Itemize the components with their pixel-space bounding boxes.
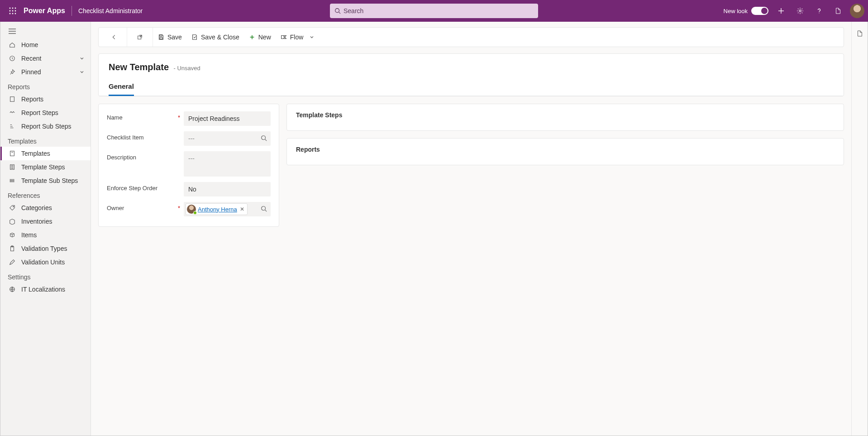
owner-link[interactable]: Anthony Herna (198, 206, 237, 213)
back-button[interactable] (106, 28, 122, 47)
home-icon (9, 41, 16, 48)
toggle-switch[interactable] (751, 7, 768, 15)
nav-validation-types[interactable]: Validation Types (0, 242, 91, 255)
flow-button[interactable]: Flow (276, 28, 319, 47)
svg-point-8 (15, 13, 16, 14)
open-new-window-button[interactable] (132, 28, 148, 47)
nav-inventories[interactable]: Inventories (0, 215, 91, 228)
pin-icon (9, 68, 16, 76)
reports-section: Reports (286, 138, 844, 165)
nav-group-templates: Templates (0, 133, 91, 147)
owner-avatar-icon (187, 205, 196, 214)
pencil-icon (9, 259, 16, 266)
save-label: Save (167, 34, 182, 41)
svg-point-1 (12, 8, 14, 9)
new-look-toggle[interactable]: New look (724, 7, 768, 15)
nav-recent-label: Recent (21, 55, 41, 62)
save-close-icon (191, 34, 198, 41)
copilot-pane-icon[interactable] (854, 27, 866, 40)
remove-owner-icon[interactable]: ✕ (239, 206, 245, 212)
new-button[interactable]: New (244, 28, 276, 47)
reports-title: Reports (296, 146, 835, 153)
nav-template-steps[interactable]: Template Steps (0, 160, 91, 174)
help-icon[interactable] (810, 0, 828, 22)
chevron-down-icon (310, 35, 314, 39)
copilot-icon[interactable] (829, 0, 847, 22)
nav-items[interactable]: Items (0, 228, 91, 242)
nav-label: Templates (21, 150, 50, 157)
record-title: New Template (109, 62, 169, 72)
svg-point-26 (13, 206, 14, 207)
svg-rect-19 (10, 97, 14, 102)
nav-collapse-icon[interactable] (9, 28, 82, 34)
save-button[interactable]: Save (153, 28, 186, 47)
tag-icon (9, 204, 16, 211)
user-avatar[interactable] (850, 4, 864, 18)
form-fields-section: Name* Project Readiness Checklist Item -… (98, 104, 279, 227)
settings-icon[interactable] (791, 0, 809, 22)
chevron-down-icon[interactable] (80, 56, 84, 61)
nav-label: Items (21, 231, 37, 239)
app-launcher-icon[interactable] (4, 0, 22, 22)
template-steps-section: Template Steps (286, 104, 844, 131)
global-search[interactable] (330, 4, 538, 18)
nav-label: Reports (21, 96, 43, 103)
nav-reports[interactable]: Reports (0, 92, 91, 106)
clipboard-icon (9, 245, 16, 252)
nav-it-localizations[interactable]: IT Localizations (0, 283, 91, 296)
flow-label: Flow (290, 34, 304, 41)
template-steps-title: Template Steps (296, 111, 835, 119)
clock-icon (9, 55, 16, 62)
steps-icon (9, 109, 16, 116)
checklist-item-label: Checklist Item (107, 131, 184, 141)
svg-point-35 (262, 136, 266, 140)
list-icon (9, 163, 16, 171)
nav-group-reports: Reports (0, 79, 91, 92)
save-close-button[interactable]: Save & Close (186, 28, 244, 47)
nav-label: Validation Units (21, 259, 65, 266)
svg-point-7 (12, 13, 14, 14)
enforce-order-input[interactable]: No (184, 182, 271, 196)
nav-validation-units[interactable]: Validation Units (0, 255, 91, 269)
grid-icon (9, 177, 16, 184)
owner-lookup[interactable]: Anthony Herna ✕ (184, 202, 271, 216)
chevron-down-icon[interactable] (80, 70, 84, 74)
svg-point-9 (335, 9, 339, 13)
svg-point-5 (15, 10, 16, 12)
checklist-value: --- (188, 135, 195, 142)
nav-report-substeps[interactable]: Report Sub Steps (0, 120, 91, 133)
name-label: Name* (107, 111, 184, 121)
search-input[interactable] (343, 7, 534, 14)
add-icon[interactable] (772, 0, 790, 22)
name-input[interactable]: Project Readiness (184, 111, 271, 126)
nav-label: Report Sub Steps (21, 123, 72, 130)
inventory-icon (9, 218, 16, 225)
popout-icon (136, 34, 143, 41)
nav-label: Categories (21, 204, 52, 211)
save-icon (157, 34, 165, 41)
nav-pinned-label: Pinned (21, 68, 41, 76)
search-icon[interactable] (261, 135, 267, 141)
brand-label[interactable]: Power Apps (24, 7, 65, 15)
nav-label: IT Localizations (21, 286, 65, 293)
nav-label: Template Sub Steps (21, 177, 78, 184)
site-nav: Home Recent Pinned Reports Reports Repor… (0, 22, 91, 436)
tab-general[interactable]: General (109, 82, 134, 96)
description-input[interactable]: --- (184, 151, 271, 177)
globe-icon (9, 286, 16, 293)
nav-report-steps[interactable]: Report Steps (0, 106, 91, 120)
owner-chip[interactable]: Anthony Herna ✕ (186, 203, 248, 215)
checklist-item-lookup[interactable]: --- (184, 131, 271, 146)
global-header: Power Apps Checklist Administrator New l… (0, 0, 868, 22)
search-icon[interactable] (261, 206, 267, 212)
svg-line-36 (265, 139, 267, 141)
plus-icon (248, 34, 256, 41)
nav-recent[interactable]: Recent (0, 52, 91, 65)
nav-template-substeps[interactable]: Template Sub Steps (0, 174, 91, 187)
nav-categories[interactable]: Categories (0, 201, 91, 215)
nav-group-settings: Settings (0, 269, 91, 283)
nav-templates[interactable]: Templates (0, 147, 91, 160)
nav-home[interactable]: Home (0, 38, 91, 52)
nav-pinned[interactable]: Pinned (0, 65, 91, 79)
new-look-label: New look (724, 8, 748, 14)
